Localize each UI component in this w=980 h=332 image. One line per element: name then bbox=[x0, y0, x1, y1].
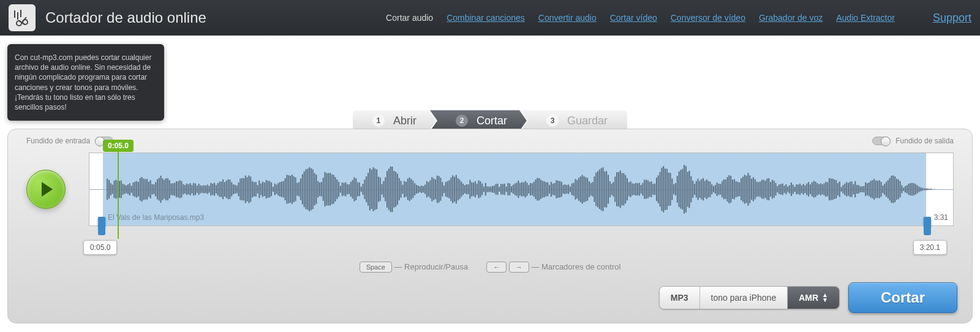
fade-out-toggle[interactable] bbox=[872, 137, 891, 145]
svg-rect-188 bbox=[428, 182, 429, 197]
svg-rect-452 bbox=[884, 184, 885, 195]
range-end-handle[interactable] bbox=[924, 217, 931, 227]
svg-rect-157 bbox=[374, 168, 375, 209]
svg-rect-358 bbox=[722, 181, 723, 198]
svg-rect-202 bbox=[452, 175, 453, 203]
svg-rect-231 bbox=[502, 184, 503, 194]
svg-rect-135 bbox=[336, 179, 337, 199]
svg-rect-38 bbox=[169, 180, 170, 198]
svg-rect-164 bbox=[386, 171, 388, 208]
svg-rect-401 bbox=[796, 184, 797, 194]
space-key-icon: Space bbox=[360, 262, 392, 273]
svg-rect-243 bbox=[523, 183, 524, 196]
svg-rect-23 bbox=[143, 179, 144, 200]
svg-rect-155 bbox=[371, 170, 372, 209]
playhead[interactable]: 0:05.0 bbox=[103, 140, 134, 239]
svg-rect-204 bbox=[456, 175, 457, 204]
svg-rect-479 bbox=[930, 189, 932, 190]
nav-cortar-audio[interactable]: Cortar audio bbox=[386, 13, 433, 23]
nav-cortar-video[interactable]: Cortar vídeo bbox=[610, 13, 657, 23]
svg-rect-103 bbox=[281, 181, 282, 197]
svg-rect-241 bbox=[519, 183, 521, 195]
svg-rect-74 bbox=[231, 183, 232, 197]
waveform-container[interactable]: 0:05.0 0:05.0 3:20.1 El Vals de las Mari… bbox=[89, 153, 954, 226]
svg-rect-190 bbox=[431, 177, 432, 202]
svg-rect-402 bbox=[797, 184, 799, 194]
play-button[interactable] bbox=[26, 170, 66, 209]
svg-rect-370 bbox=[742, 177, 744, 202]
sort-arrows-icon: ▲▼ bbox=[822, 293, 828, 303]
svg-rect-251 bbox=[537, 178, 538, 200]
svg-rect-175 bbox=[405, 182, 407, 197]
svg-rect-76 bbox=[235, 185, 236, 194]
nav-combinar-canciones[interactable]: Combinar canciones bbox=[447, 13, 525, 23]
format-iphone-button[interactable]: tono para iPhone bbox=[700, 287, 788, 309]
svg-rect-323 bbox=[661, 168, 662, 211]
nav-support[interactable]: Support bbox=[933, 12, 971, 25]
svg-rect-316 bbox=[649, 182, 650, 197]
format-amr-button[interactable]: AMR ▲▼ bbox=[788, 287, 839, 309]
svg-rect-448 bbox=[877, 181, 878, 198]
svg-rect-418 bbox=[825, 182, 826, 197]
range-start-time[interactable]: 0:05.0 bbox=[83, 240, 117, 255]
svg-rect-108 bbox=[290, 176, 291, 203]
top-navigation: Cortador de audio online Cortar audio Co… bbox=[0, 0, 980, 36]
step-cortar[interactable]: 2 Cortar bbox=[430, 110, 527, 131]
svg-rect-184 bbox=[421, 186, 422, 193]
svg-rect-364 bbox=[732, 179, 733, 198]
app-logo-icon bbox=[9, 4, 36, 31]
fade-out-label: Fundido de salida bbox=[895, 137, 954, 145]
svg-rect-481 bbox=[934, 189, 935, 190]
svg-rect-58 bbox=[203, 185, 205, 193]
svg-rect-306 bbox=[631, 183, 633, 195]
svg-rect-470 bbox=[915, 184, 916, 195]
svg-rect-126 bbox=[321, 182, 322, 197]
svg-rect-118 bbox=[307, 169, 308, 210]
step-guardar[interactable]: 3 Guardar bbox=[521, 110, 627, 131]
nav-conversor-video[interactable]: Conversor de vídeo bbox=[671, 13, 745, 23]
svg-rect-341 bbox=[692, 181, 693, 198]
svg-rect-362 bbox=[728, 175, 729, 203]
step-abrir[interactable]: 1 Abrir bbox=[353, 110, 436, 131]
svg-rect-275 bbox=[578, 178, 579, 200]
svg-rect-56 bbox=[200, 186, 201, 194]
svg-rect-372 bbox=[746, 176, 747, 203]
svg-rect-289 bbox=[603, 167, 604, 211]
svg-rect-455 bbox=[889, 178, 891, 201]
svg-rect-89 bbox=[257, 185, 258, 194]
svg-rect-132 bbox=[331, 175, 333, 205]
svg-rect-113 bbox=[298, 182, 300, 196]
svg-rect-250 bbox=[535, 179, 537, 199]
nav-audio-extractor[interactable]: Audio Extractor bbox=[836, 13, 895, 23]
svg-rect-400 bbox=[794, 187, 796, 192]
svg-rect-138 bbox=[342, 183, 343, 196]
svg-rect-124 bbox=[317, 181, 318, 197]
svg-rect-446 bbox=[873, 179, 875, 200]
range-end-time[interactable]: 3:20.1 bbox=[913, 240, 947, 255]
svg-rect-445 bbox=[872, 180, 873, 198]
nav-convertir-audio[interactable]: Convertir audio bbox=[538, 13, 597, 23]
svg-rect-407 bbox=[806, 184, 807, 195]
svg-rect-98 bbox=[273, 187, 274, 192]
svg-rect-366 bbox=[736, 181, 737, 197]
svg-rect-462 bbox=[901, 186, 902, 194]
svg-rect-345 bbox=[699, 181, 700, 198]
svg-rect-464 bbox=[905, 186, 906, 192]
svg-rect-90 bbox=[258, 181, 260, 198]
svg-rect-447 bbox=[875, 181, 876, 198]
svg-rect-182 bbox=[418, 186, 419, 193]
format-mp3-button[interactable]: MP3 bbox=[660, 287, 700, 309]
editor-panel: Fundido de entrada Fundido de salida 0:0… bbox=[7, 129, 973, 323]
svg-rect-197 bbox=[443, 186, 445, 194]
svg-rect-47 bbox=[184, 185, 186, 194]
nav-grabador-voz[interactable]: Grabador de voz bbox=[759, 13, 823, 23]
svg-rect-280 bbox=[587, 178, 588, 200]
cut-button[interactable]: Cortar bbox=[848, 282, 957, 313]
step-2-number: 2 bbox=[456, 115, 468, 127]
svg-rect-178 bbox=[411, 179, 412, 199]
svg-rect-42 bbox=[176, 181, 177, 197]
svg-rect-125 bbox=[319, 183, 320, 196]
svg-rect-79 bbox=[239, 179, 241, 200]
svg-rect-403 bbox=[799, 184, 801, 195]
svg-rect-472 bbox=[919, 187, 920, 192]
